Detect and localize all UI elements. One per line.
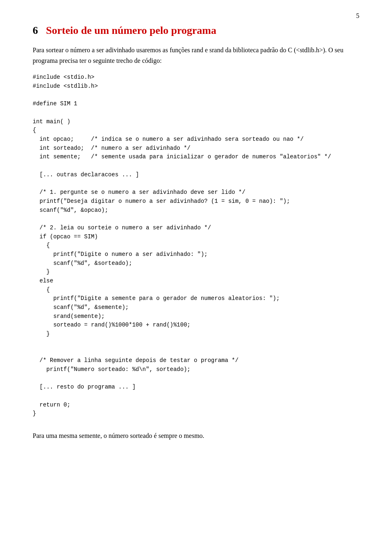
section-title: Sorteio de um número pelo programa [46,24,216,36]
section-number: 6 [33,24,38,36]
code-block: #include <stdio.h> #include <stdlib.h> #… [33,73,359,418]
intro-paragraph: Para sortear o número a ser adivinhado u… [33,45,359,66]
footer-text: Para uma mesma semente, o número sortead… [33,431,359,441]
section-heading: 6 Sorteio de um número pelo programa [33,24,359,37]
page-number: 5 [356,12,359,20]
